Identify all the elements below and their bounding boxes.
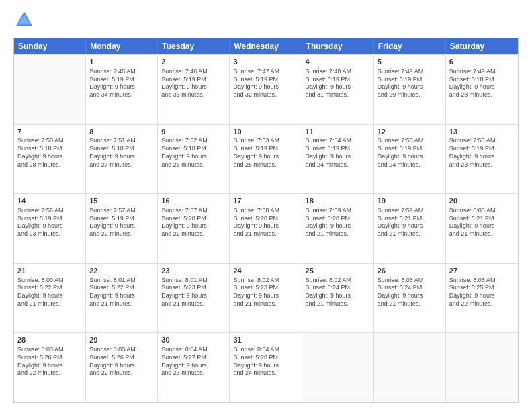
cell-info: Sunrise: 7:49 AM Sunset: 5:18 PM Dayligh…: [449, 68, 515, 99]
calendar-cell-4-2: 30Sunrise: 8:04 AM Sunset: 5:27 PM Dayli…: [158, 333, 230, 402]
header-cell-friday: Friday: [374, 38, 446, 54]
day-number: 13: [449, 127, 515, 137]
header-cell-wednesday: Wednesday: [230, 38, 302, 54]
calendar-cell-0-3: 3Sunrise: 7:47 AM Sunset: 5:19 PM Daylig…: [230, 55, 302, 124]
day-number: 11: [306, 127, 370, 137]
header: [13, 11, 519, 32]
calendar-cell-2-4: 18Sunrise: 7:59 AM Sunset: 5:20 PM Dayli…: [302, 194, 374, 263]
cell-info: Sunrise: 8:04 AM Sunset: 5:27 PM Dayligh…: [161, 346, 226, 377]
calendar-row-4: 28Sunrise: 8:03 AM Sunset: 5:26 PM Dayli…: [14, 332, 518, 402]
day-number: 28: [17, 335, 82, 345]
calendar-cell-2-5: 19Sunrise: 7:59 AM Sunset: 5:21 PM Dayli…: [374, 194, 446, 263]
day-number: 16: [161, 196, 226, 206]
calendar-cell-1-4: 11Sunrise: 7:54 AM Sunset: 5:19 PM Dayli…: [302, 125, 374, 194]
cell-info: Sunrise: 7:47 AM Sunset: 5:19 PM Dayligh…: [233, 68, 298, 99]
day-number: 25: [306, 266, 370, 276]
day-number: 22: [89, 266, 154, 276]
calendar-cell-1-5: 12Sunrise: 7:55 AM Sunset: 5:19 PM Dayli…: [374, 125, 446, 194]
day-number: 1: [89, 57, 154, 67]
cell-info: Sunrise: 8:02 AM Sunset: 5:24 PM Dayligh…: [306, 277, 370, 308]
day-number: 8: [89, 127, 154, 137]
page: SundayMondayTuesdayWednesdayThursdayFrid…: [0, 0, 532, 411]
calendar-cell-4-6: [446, 333, 518, 402]
day-number: 5: [378, 57, 442, 67]
cell-info: Sunrise: 8:00 AM Sunset: 5:21 PM Dayligh…: [449, 207, 515, 238]
calendar-row-3: 21Sunrise: 8:00 AM Sunset: 5:22 PM Dayli…: [14, 263, 518, 333]
header-cell-monday: Monday: [86, 38, 158, 54]
calendar-cell-3-1: 22Sunrise: 8:01 AM Sunset: 5:22 PM Dayli…: [86, 264, 158, 333]
header-cell-saturday: Saturday: [446, 38, 518, 54]
calendar-cell-3-6: 27Sunrise: 8:03 AM Sunset: 5:25 PM Dayli…: [446, 264, 518, 333]
calendar-cell-2-0: 14Sunrise: 7:56 AM Sunset: 5:19 PM Dayli…: [14, 194, 86, 263]
day-number: 14: [17, 196, 82, 206]
calendar-cell-3-3: 24Sunrise: 8:02 AM Sunset: 5:23 PM Dayli…: [230, 264, 302, 333]
cell-info: Sunrise: 8:01 AM Sunset: 5:23 PM Dayligh…: [161, 277, 226, 308]
cell-info: Sunrise: 8:02 AM Sunset: 5:23 PM Dayligh…: [233, 277, 298, 308]
calendar-cell-4-0: 28Sunrise: 8:03 AM Sunset: 5:26 PM Dayli…: [14, 333, 86, 402]
svg-marker-1: [17, 15, 32, 25]
day-number: 23: [161, 266, 226, 276]
day-number: 6: [449, 57, 515, 67]
calendar-cell-0-1: 1Sunrise: 7:45 AM Sunset: 5:19 PM Daylig…: [86, 55, 158, 124]
cell-info: Sunrise: 8:01 AM Sunset: 5:22 PM Dayligh…: [89, 277, 154, 308]
logo: [13, 11, 36, 32]
calendar-body: 1Sunrise: 7:45 AM Sunset: 5:19 PM Daylig…: [14, 54, 518, 402]
header-cell-tuesday: Tuesday: [158, 38, 230, 54]
calendar-cell-0-5: 5Sunrise: 7:49 AM Sunset: 5:19 PM Daylig…: [374, 55, 446, 124]
day-number: 9: [161, 127, 226, 137]
calendar-header: SundayMondayTuesdayWednesdayThursdayFrid…: [14, 38, 518, 54]
calendar-cell-4-1: 29Sunrise: 8:03 AM Sunset: 5:26 PM Dayli…: [86, 333, 158, 402]
calendar-row-1: 7Sunrise: 7:50 AM Sunset: 5:18 PM Daylig…: [14, 124, 518, 194]
day-number: 26: [378, 266, 442, 276]
cell-info: Sunrise: 7:46 AM Sunset: 5:19 PM Dayligh…: [161, 68, 226, 99]
calendar-cell-2-6: 20Sunrise: 8:00 AM Sunset: 5:21 PM Dayli…: [446, 194, 518, 263]
calendar-cell-3-5: 26Sunrise: 8:03 AM Sunset: 5:24 PM Dayli…: [374, 264, 446, 333]
cell-info: Sunrise: 8:03 AM Sunset: 5:26 PM Dayligh…: [89, 346, 154, 377]
calendar-cell-3-2: 23Sunrise: 8:01 AM Sunset: 5:23 PM Dayli…: [158, 264, 230, 333]
calendar-cell-4-4: [302, 333, 374, 402]
day-number: 4: [306, 57, 370, 67]
cell-info: Sunrise: 7:45 AM Sunset: 5:19 PM Dayligh…: [89, 68, 154, 99]
calendar-cell-2-1: 15Sunrise: 7:57 AM Sunset: 5:19 PM Dayli…: [86, 194, 158, 263]
cell-info: Sunrise: 7:53 AM Sunset: 5:19 PM Dayligh…: [233, 137, 298, 169]
calendar-cell-0-0: [14, 55, 86, 124]
cell-info: Sunrise: 7:58 AM Sunset: 5:20 PM Dayligh…: [233, 207, 298, 238]
day-number: 29: [89, 335, 154, 345]
day-number: 15: [89, 196, 154, 206]
logo-icon: [15, 11, 34, 30]
day-number: 7: [17, 127, 82, 137]
cell-info: Sunrise: 7:55 AM Sunset: 5:19 PM Dayligh…: [449, 137, 515, 169]
header-cell-thursday: Thursday: [302, 38, 374, 54]
calendar-cell-3-0: 21Sunrise: 8:00 AM Sunset: 5:22 PM Dayli…: [14, 264, 86, 333]
calendar-cell-0-6: 6Sunrise: 7:49 AM Sunset: 5:18 PM Daylig…: [446, 55, 518, 124]
cell-info: Sunrise: 7:54 AM Sunset: 5:19 PM Dayligh…: [306, 137, 370, 169]
calendar-cell-1-0: 7Sunrise: 7:50 AM Sunset: 5:18 PM Daylig…: [14, 125, 86, 194]
calendar: SundayMondayTuesdayWednesdayThursdayFrid…: [13, 38, 519, 403]
calendar-cell-1-3: 10Sunrise: 7:53 AM Sunset: 5:19 PM Dayli…: [230, 125, 302, 194]
day-number: 12: [378, 127, 442, 137]
calendar-cell-1-2: 9Sunrise: 7:52 AM Sunset: 5:18 PM Daylig…: [158, 125, 230, 194]
cell-info: Sunrise: 8:03 AM Sunset: 5:25 PM Dayligh…: [449, 277, 515, 308]
day-number: 3: [233, 57, 298, 67]
cell-info: Sunrise: 7:57 AM Sunset: 5:19 PM Dayligh…: [89, 207, 154, 238]
day-number: 24: [233, 266, 298, 276]
calendar-row-0: 1Sunrise: 7:45 AM Sunset: 5:19 PM Daylig…: [14, 54, 518, 124]
cell-info: Sunrise: 8:04 AM Sunset: 5:28 PM Dayligh…: [233, 346, 298, 377]
header-cell-sunday: Sunday: [14, 38, 86, 54]
day-number: 30: [161, 335, 226, 345]
calendar-cell-4-3: 31Sunrise: 8:04 AM Sunset: 5:28 PM Dayli…: [230, 333, 302, 402]
cell-info: Sunrise: 7:55 AM Sunset: 5:19 PM Dayligh…: [378, 137, 442, 169]
day-number: 20: [449, 196, 515, 206]
cell-info: Sunrise: 7:56 AM Sunset: 5:19 PM Dayligh…: [17, 207, 82, 238]
calendar-cell-0-2: 2Sunrise: 7:46 AM Sunset: 5:19 PM Daylig…: [158, 55, 230, 124]
day-number: 27: [449, 266, 515, 276]
cell-info: Sunrise: 7:57 AM Sunset: 5:20 PM Dayligh…: [161, 207, 226, 238]
cell-info: Sunrise: 8:03 AM Sunset: 5:24 PM Dayligh…: [378, 277, 442, 308]
calendar-cell-4-5: [374, 333, 446, 402]
cell-info: Sunrise: 7:52 AM Sunset: 5:18 PM Dayligh…: [161, 137, 226, 169]
cell-info: Sunrise: 8:00 AM Sunset: 5:22 PM Dayligh…: [17, 277, 82, 308]
cell-info: Sunrise: 7:48 AM Sunset: 5:19 PM Dayligh…: [306, 68, 370, 99]
day-number: 2: [161, 57, 226, 67]
calendar-cell-1-6: 13Sunrise: 7:55 AM Sunset: 5:19 PM Dayli…: [446, 125, 518, 194]
cell-info: Sunrise: 7:50 AM Sunset: 5:18 PM Dayligh…: [17, 137, 82, 169]
